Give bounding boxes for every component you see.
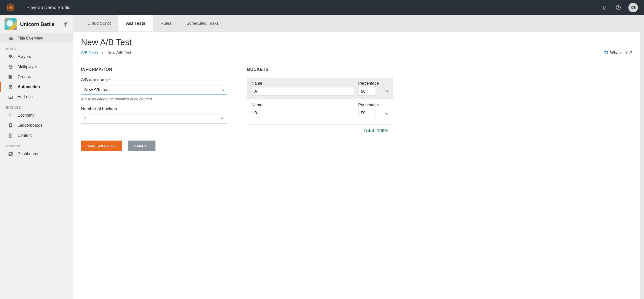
- sidebar-item-economy[interactable]: Economy: [0, 110, 73, 120]
- bucket-total: Total: 100%: [247, 124, 393, 134]
- tabs-bar: Cloud Script A/B Tests Rules Scheduled T…: [73, 15, 640, 32]
- nav-section-engage: ENGAGE: [0, 102, 73, 110]
- sidebar-item-label: Groups: [18, 75, 31, 79]
- divider: [21, 3, 21, 12]
- buckets-column: BUCKETS Name Percentage %: [247, 67, 393, 134]
- sidebar-item-addons[interactable]: Add-ons: [0, 92, 73, 102]
- sidebar-item-label: Leaderboards: [18, 123, 43, 128]
- sidebar-item-label: Multiplayer: [18, 64, 37, 69]
- percent-symbol: %: [385, 111, 388, 117]
- clear-input-icon[interactable]: ✕: [221, 88, 224, 92]
- breadcrumb-link[interactable]: A/B Tests: [81, 51, 98, 55]
- sidebar-item-label: Players: [18, 54, 31, 59]
- breadcrumb: A/B Tests › New A/B Test: [81, 51, 632, 55]
- sidebar-item-automation[interactable]: Automation: [0, 82, 73, 92]
- svg-rect-7: [10, 37, 11, 40]
- section-title-information: INFORMATION: [81, 67, 227, 72]
- studio-name[interactable]: PlayFab Demo Studio: [26, 5, 596, 10]
- test-name-input[interactable]: [81, 85, 227, 95]
- svg-rect-15: [10, 76, 12, 78]
- economy-icon: [8, 113, 13, 118]
- document-icon: [8, 133, 13, 138]
- globe-icon: [8, 64, 13, 69]
- sidebar-item-label: Title Overview: [18, 36, 43, 41]
- sidebar-item-dashboards[interactable]: Dashboards: [0, 149, 73, 159]
- groups-icon: [8, 74, 13, 79]
- addons-icon: [8, 94, 13, 99]
- action-bar: SAVE A/B TEST CANCEL: [73, 141, 640, 159]
- svg-marker-1: [9, 6, 13, 10]
- percent-symbol: %: [385, 90, 388, 96]
- whats-this-link[interactable]: What's this?: [603, 51, 632, 55]
- svg-point-9: [9, 55, 11, 57]
- bucket-name-input[interactable]: [252, 109, 354, 117]
- sidebar-item-label: Automation: [18, 85, 40, 89]
- bucket-row: Name Percentage %: [247, 99, 393, 121]
- playfab-logo-icon[interactable]: [6, 3, 15, 12]
- title-image[interactable]: [5, 18, 17, 30]
- num-buckets-label: Number of buckets: [81, 107, 227, 112]
- whats-this-label: What's this?: [610, 51, 632, 55]
- svg-rect-6: [9, 38, 10, 40]
- form-area: INFORMATION A/B test name * ✕ A/B tests …: [73, 60, 640, 141]
- top-header: PlayFab Demo Studio KE: [0, 0, 644, 15]
- bookmark-icon: [8, 123, 13, 128]
- tab-cloud-script[interactable]: Cloud Script: [80, 15, 118, 31]
- content-area: Cloud Script A/B Tests Rules Scheduled T…: [73, 15, 640, 299]
- tab-scheduled-tasks[interactable]: Scheduled Tasks: [179, 15, 226, 31]
- svg-rect-26: [9, 153, 12, 155]
- bucket-name-label: Name: [252, 81, 354, 86]
- sidebar-item-title-overview[interactable]: Title Overview: [0, 33, 73, 43]
- notifications-icon[interactable]: [600, 3, 609, 12]
- bucket-name-input[interactable]: [252, 87, 354, 96]
- nav-section-build: BUILD: [0, 43, 73, 52]
- book-icon: [603, 51, 608, 55]
- num-buckets-select[interactable]: 2: [81, 114, 227, 124]
- sidebar-item-groups[interactable]: Groups: [0, 72, 73, 82]
- gear-icon[interactable]: [63, 21, 68, 27]
- title-header: Unicorn Battle: [0, 15, 73, 33]
- sidebar-item-players[interactable]: Players: [0, 52, 73, 62]
- svg-rect-14: [9, 76, 11, 78]
- sidebar-item-label: Economy: [18, 113, 34, 118]
- tab-rules[interactable]: Rules: [153, 15, 179, 31]
- svg-point-18: [11, 86, 11, 86]
- title-name[interactable]: Unicorn Battle: [20, 21, 59, 27]
- save-button[interactable]: SAVE A/B TEST: [81, 141, 122, 151]
- svg-point-23: [9, 114, 12, 115]
- svg-point-3: [618, 9, 619, 9]
- sidebar-item-multiplayer[interactable]: Multiplayer: [0, 62, 73, 72]
- bucket-pct-input[interactable]: [358, 109, 376, 117]
- scrollbar-track[interactable]: [640, 15, 644, 299]
- cancel-button[interactable]: CANCEL: [128, 141, 155, 151]
- sidebar-item-label: Add-ons: [18, 95, 33, 99]
- dashboard-icon: [8, 151, 13, 156]
- information-column: INFORMATION A/B test name * ✕ A/B tests …: [81, 67, 227, 134]
- tab-ab-tests[interactable]: A/B Tests: [118, 15, 153, 31]
- breadcrumb-current: New A/B Test: [107, 51, 131, 55]
- players-icon: [8, 54, 13, 59]
- bucket-pct-label: Percentage: [358, 81, 383, 86]
- bucket-pct-input[interactable]: [358, 87, 376, 96]
- bucket-pct-label: Percentage: [358, 103, 383, 107]
- svg-rect-8: [12, 38, 12, 40]
- svg-point-10: [11, 55, 12, 57]
- chevron-right-icon: ›: [102, 51, 103, 55]
- sidebar-item-leaderboards[interactable]: Leaderboards: [0, 120, 73, 130]
- sidebar: Unicorn Battle Title Overview BUILD Play…: [0, 15, 73, 299]
- bar-chart-icon: [8, 36, 13, 41]
- bucket-row: Name Percentage %: [247, 78, 393, 99]
- sidebar-item-content[interactable]: Content: [0, 130, 73, 141]
- nav-section-analyze: ANALYZE: [0, 141, 73, 149]
- user-avatar[interactable]: KE: [628, 3, 638, 12]
- page-title: New A/B Test: [81, 37, 632, 47]
- page-header: New A/B Test A/B Tests › New A/B Test Wh…: [73, 32, 640, 60]
- test-name-hint: A/B tests cannot be modified once create…: [81, 97, 227, 101]
- test-name-label: A/B test name *: [81, 78, 227, 83]
- sidebar-item-label: Dashboards: [18, 152, 39, 156]
- bucket-name-label: Name: [252, 103, 354, 107]
- section-title-buckets: BUCKETS: [247, 67, 393, 72]
- svg-point-17: [10, 86, 11, 86]
- help-icon[interactable]: [614, 3, 623, 12]
- automation-icon: [8, 84, 13, 89]
